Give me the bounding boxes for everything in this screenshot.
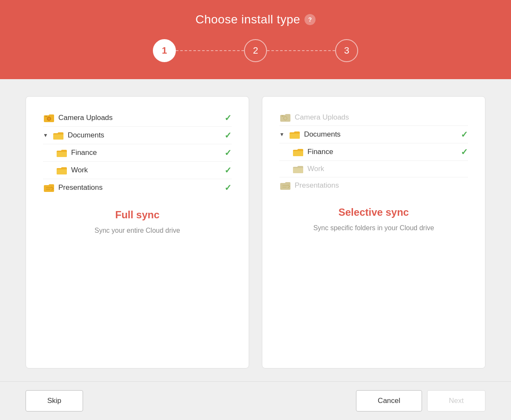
checkmark-icon: ✓ xyxy=(224,148,232,158)
folder-icon xyxy=(289,130,301,139)
tree-item-documents[interactable]: ▼ Documents✓ xyxy=(279,126,468,143)
tree-item-presentations[interactable]: Presentations✓ xyxy=(43,179,232,196)
svg-rect-1 xyxy=(45,116,47,117)
svg-point-0 xyxy=(47,117,51,120)
tree-item-documents[interactable]: ▼ Documents✓ xyxy=(43,127,232,144)
svg-point-4 xyxy=(284,117,287,120)
card-description-full-sync: Sync your entire Cloud drive xyxy=(95,226,180,235)
checkmark-icon: ✓ xyxy=(224,130,232,140)
card-selective-sync[interactable]: Camera Uploads▼ Documents✓ Finance✓ Work… xyxy=(262,96,485,369)
item-name-label: Work xyxy=(307,165,468,173)
footer: Skip Cancel Next xyxy=(0,381,511,420)
camera-icon xyxy=(43,113,55,123)
folder-icon xyxy=(56,166,68,175)
tree-item-presentations[interactable]: Presentations xyxy=(279,177,468,194)
tree-item-finance[interactable]: Finance✓ xyxy=(43,144,232,162)
step-3: 3 xyxy=(335,39,358,62)
skip-button[interactable]: Skip xyxy=(26,390,83,411)
card-label-selective-sync: Selective sync xyxy=(339,206,409,218)
item-name-label: Finance xyxy=(71,149,221,157)
step-1: 1 xyxy=(153,39,176,62)
checkmark-icon: ✓ xyxy=(224,113,232,123)
svg-rect-7 xyxy=(282,187,287,188)
step-2: 2 xyxy=(244,39,267,62)
svg-rect-3 xyxy=(46,189,50,190)
card-full-sync[interactable]: Camera Uploads✓▼ Documents✓ Finance✓ Wor… xyxy=(26,96,249,369)
checkmark-icon: ✓ xyxy=(461,129,468,140)
folder-icon xyxy=(52,131,64,140)
checkmark-icon: ✓ xyxy=(461,147,468,157)
folder-tree-full-sync: Camera Uploads✓▼ Documents✓ Finance✓ Wor… xyxy=(43,109,232,196)
item-name-label: Presentations xyxy=(58,183,221,192)
camera-icon xyxy=(279,113,291,122)
expand-arrow-icon: ▼ xyxy=(279,131,284,137)
cancel-button[interactable]: Cancel xyxy=(356,390,422,411)
card-description-selective-sync: Sync specific folders in your Cloud driv… xyxy=(313,223,434,233)
presentations-icon xyxy=(43,183,55,192)
tree-item-work[interactable]: Work xyxy=(279,161,468,177)
checkmark-icon: ✓ xyxy=(224,183,232,193)
main-content: Camera Uploads✓▼ Documents✓ Finance✓ Wor… xyxy=(0,79,511,381)
item-name-label: Finance xyxy=(307,148,457,156)
item-name-label: Work xyxy=(71,166,221,174)
item-name-label: Camera Uploads xyxy=(295,113,468,122)
cards-row: Camera Uploads✓▼ Documents✓ Finance✓ Wor… xyxy=(26,96,485,369)
checkmark-icon: ✓ xyxy=(224,165,232,175)
folder-icon xyxy=(292,164,304,174)
help-icon[interactable]: ? xyxy=(304,14,316,25)
presentations-icon xyxy=(279,181,291,190)
item-name-label: Presentations xyxy=(295,181,468,190)
next-button[interactable]: Next xyxy=(427,390,485,411)
item-name-label: Camera Uploads xyxy=(58,114,221,122)
page-title: Choose install type xyxy=(195,13,300,26)
folder-icon xyxy=(292,147,304,157)
footer-right: Cancel Next xyxy=(356,390,485,411)
expand-arrow-icon: ▼ xyxy=(43,132,48,138)
folder-icon xyxy=(56,148,68,157)
svg-rect-5 xyxy=(281,115,284,117)
tree-item-camera-uploads[interactable]: Camera Uploads xyxy=(279,109,468,126)
title-row: Choose install type ? xyxy=(195,13,316,26)
svg-rect-6 xyxy=(282,185,288,186)
svg-rect-2 xyxy=(46,187,52,188)
tree-item-camera-uploads[interactable]: Camera Uploads✓ xyxy=(43,109,232,127)
step-line-1 xyxy=(267,50,335,51)
stepper: 123 xyxy=(153,39,358,62)
card-label-full-sync: Full sync xyxy=(115,209,159,221)
folder-tree-selective-sync: Camera Uploads▼ Documents✓ Finance✓ Work… xyxy=(279,109,468,194)
step-line-0 xyxy=(176,50,244,51)
header: Choose install type ? 123 xyxy=(0,0,511,79)
tree-item-finance[interactable]: Finance✓ xyxy=(279,143,468,161)
item-name-label: Documents xyxy=(68,131,221,140)
item-name-label: Documents xyxy=(304,130,457,139)
tree-item-work[interactable]: Work✓ xyxy=(43,162,232,179)
